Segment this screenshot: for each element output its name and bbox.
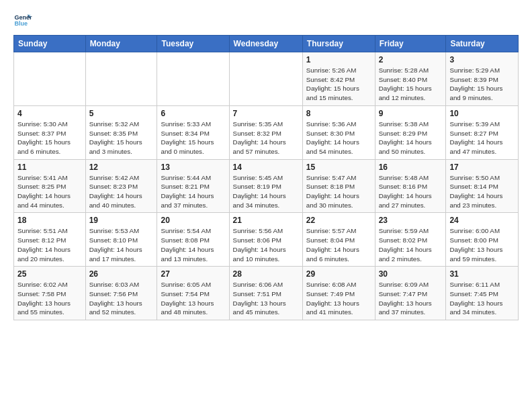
weekday-header-friday: Friday <box>375 36 446 52</box>
day-number: 8 <box>306 109 371 118</box>
calendar-day: 25Sunrise: 6:02 AM Sunset: 7:58 PM Dayli… <box>14 267 86 320</box>
weekday-header-sunday: Sunday <box>14 36 86 52</box>
day-info: Sunrise: 5:41 AM Sunset: 8:25 PM Dayligh… <box>17 173 82 210</box>
calendar-day: 19Sunrise: 5:53 AM Sunset: 8:10 PM Dayli… <box>85 213 157 267</box>
day-number: 7 <box>233 109 299 118</box>
day-number: 22 <box>306 216 371 225</box>
day-number: 1 <box>306 55 371 64</box>
day-info: Sunrise: 6:00 AM Sunset: 8:00 PM Dayligh… <box>449 226 515 263</box>
day-info: Sunrise: 5:53 AM Sunset: 8:10 PM Dayligh… <box>89 226 154 263</box>
calendar-day: 30Sunrise: 6:09 AM Sunset: 7:47 PM Dayli… <box>375 267 446 320</box>
calendar-day: 14Sunrise: 5:45 AM Sunset: 8:19 PM Dayli… <box>229 159 302 213</box>
calendar-day: 10Sunrise: 5:39 AM Sunset: 8:27 PM Dayli… <box>446 105 519 159</box>
day-number: 3 <box>449 55 515 64</box>
calendar-day: 18Sunrise: 5:51 AM Sunset: 8:12 PM Dayli… <box>14 213 86 267</box>
day-info: Sunrise: 5:33 AM Sunset: 8:34 PM Dayligh… <box>161 120 225 156</box>
calendar-day: 1Sunrise: 5:26 AM Sunset: 8:42 PM Daylig… <box>302 52 375 106</box>
calendar-day: 26Sunrise: 6:03 AM Sunset: 7:56 PM Dayli… <box>85 267 157 320</box>
day-info: Sunrise: 6:08 AM Sunset: 7:49 PM Dayligh… <box>306 280 371 317</box>
calendar-day: 24Sunrise: 6:00 AM Sunset: 8:00 PM Dayli… <box>446 213 519 267</box>
day-number: 23 <box>379 216 443 225</box>
weekday-header-thursday: Thursday <box>302 36 375 52</box>
day-info: Sunrise: 5:54 AM Sunset: 8:08 PM Dayligh… <box>161 226 225 263</box>
day-number: 17 <box>449 163 515 172</box>
weekday-header-wednesday: Wednesday <box>229 36 302 52</box>
day-info: Sunrise: 5:39 AM Sunset: 8:27 PM Dayligh… <box>449 120 515 156</box>
day-info: Sunrise: 6:09 AM Sunset: 7:47 PM Dayligh… <box>379 280 443 317</box>
calendar-day: 15Sunrise: 5:47 AM Sunset: 8:18 PM Dayli… <box>302 159 375 213</box>
day-number: 9 <box>379 109 443 118</box>
day-info: Sunrise: 5:44 AM Sunset: 8:21 PM Dayligh… <box>161 173 225 210</box>
day-number: 16 <box>379 163 443 172</box>
day-info: Sunrise: 5:50 AM Sunset: 8:14 PM Dayligh… <box>449 173 515 210</box>
day-number: 26 <box>89 269 154 279</box>
calendar-day: 16Sunrise: 5:48 AM Sunset: 8:16 PM Dayli… <box>375 159 446 213</box>
day-info: Sunrise: 5:59 AM Sunset: 8:02 PM Dayligh… <box>379 226 443 263</box>
weekday-header-saturday: Saturday <box>446 36 519 52</box>
calendar-week-2: 4Sunrise: 5:30 AM Sunset: 8:37 PM Daylig… <box>14 105 519 159</box>
weekday-header-monday: Monday <box>85 36 157 52</box>
day-info: Sunrise: 6:05 AM Sunset: 7:54 PM Dayligh… <box>161 280 225 317</box>
day-info: Sunrise: 5:38 AM Sunset: 8:29 PM Dayligh… <box>379 120 443 156</box>
day-number: 21 <box>233 216 299 225</box>
calendar-day: 6Sunrise: 5:33 AM Sunset: 8:34 PM Daylig… <box>157 105 229 159</box>
day-number: 5 <box>89 109 154 118</box>
logo: General Blue <box>13 11 35 30</box>
day-info: Sunrise: 5:36 AM Sunset: 8:30 PM Dayligh… <box>306 120 371 156</box>
day-info: Sunrise: 6:03 AM Sunset: 7:56 PM Dayligh… <box>89 280 154 317</box>
day-number: 4 <box>17 109 82 118</box>
day-info: Sunrise: 5:32 AM Sunset: 8:35 PM Dayligh… <box>89 120 154 156</box>
day-number: 19 <box>89 216 154 225</box>
calendar-day <box>157 52 229 106</box>
day-number: 15 <box>306 163 371 172</box>
calendar-week-1: 1Sunrise: 5:26 AM Sunset: 8:42 PM Daylig… <box>14 52 519 106</box>
calendar-table: SundayMondayTuesdayWednesdayThursdayFrid… <box>13 35 519 320</box>
calendar-day: 29Sunrise: 6:08 AM Sunset: 7:49 PM Dayli… <box>302 267 375 320</box>
day-number: 30 <box>379 269 443 279</box>
day-info: Sunrise: 6:11 AM Sunset: 7:45 PM Dayligh… <box>449 280 515 317</box>
calendar-day: 27Sunrise: 6:05 AM Sunset: 7:54 PM Dayli… <box>157 267 229 320</box>
day-number: 6 <box>161 109 225 118</box>
calendar-day: 7Sunrise: 5:35 AM Sunset: 8:32 PM Daylig… <box>229 105 302 159</box>
calendar-day: 21Sunrise: 5:56 AM Sunset: 8:06 PM Dayli… <box>229 213 302 267</box>
calendar-day: 28Sunrise: 6:06 AM Sunset: 7:51 PM Dayli… <box>229 267 302 320</box>
calendar-header-row: SundayMondayTuesdayWednesdayThursdayFrid… <box>14 36 519 52</box>
day-number: 20 <box>161 216 225 225</box>
day-info: Sunrise: 5:51 AM Sunset: 8:12 PM Dayligh… <box>17 226 82 263</box>
calendar-week-5: 25Sunrise: 6:02 AM Sunset: 7:58 PM Dayli… <box>14 267 519 320</box>
day-number: 25 <box>17 269 82 279</box>
day-info: Sunrise: 5:45 AM Sunset: 8:19 PM Dayligh… <box>233 173 299 210</box>
calendar-day <box>85 52 157 106</box>
day-info: Sunrise: 5:47 AM Sunset: 8:18 PM Dayligh… <box>306 173 371 210</box>
day-number: 24 <box>449 216 515 225</box>
calendar-day: 4Sunrise: 5:30 AM Sunset: 8:37 PM Daylig… <box>14 105 86 159</box>
day-number: 27 <box>161 269 225 279</box>
calendar-day: 9Sunrise: 5:38 AM Sunset: 8:29 PM Daylig… <box>375 105 446 159</box>
page-header: General Blue <box>13 11 519 30</box>
day-info: Sunrise: 5:29 AM Sunset: 8:39 PM Dayligh… <box>449 66 515 103</box>
svg-text:Blue: Blue <box>14 20 28 27</box>
day-info: Sunrise: 5:57 AM Sunset: 8:04 PM Dayligh… <box>306 226 371 263</box>
day-number: 14 <box>233 163 299 172</box>
day-info: Sunrise: 6:02 AM Sunset: 7:58 PM Dayligh… <box>17 280 82 317</box>
calendar-day: 22Sunrise: 5:57 AM Sunset: 8:04 PM Dayli… <box>302 213 375 267</box>
calendar-day: 23Sunrise: 5:59 AM Sunset: 8:02 PM Dayli… <box>375 213 446 267</box>
calendar-day: 12Sunrise: 5:42 AM Sunset: 8:23 PM Dayli… <box>85 159 157 213</box>
day-number: 28 <box>233 269 299 279</box>
day-info: Sunrise: 5:35 AM Sunset: 8:32 PM Dayligh… <box>233 120 299 156</box>
calendar-day <box>14 52 86 106</box>
day-info: Sunrise: 5:56 AM Sunset: 8:06 PM Dayligh… <box>233 226 299 263</box>
day-number: 18 <box>17 216 82 225</box>
day-number: 13 <box>161 163 225 172</box>
day-info: Sunrise: 5:30 AM Sunset: 8:37 PM Dayligh… <box>17 120 82 156</box>
day-number: 10 <box>449 109 515 118</box>
day-info: Sunrise: 6:06 AM Sunset: 7:51 PM Dayligh… <box>233 280 299 317</box>
day-info: Sunrise: 5:48 AM Sunset: 8:16 PM Dayligh… <box>379 173 443 210</box>
day-number: 31 <box>449 269 515 279</box>
calendar-day: 2Sunrise: 5:28 AM Sunset: 8:40 PM Daylig… <box>375 52 446 106</box>
calendar-day: 11Sunrise: 5:41 AM Sunset: 8:25 PM Dayli… <box>14 159 86 213</box>
weekday-header-tuesday: Tuesday <box>157 36 229 52</box>
calendar-day: 5Sunrise: 5:32 AM Sunset: 8:35 PM Daylig… <box>85 105 157 159</box>
logo-icon: General Blue <box>13 11 32 30</box>
calendar-day: 20Sunrise: 5:54 AM Sunset: 8:08 PM Dayli… <box>157 213 229 267</box>
